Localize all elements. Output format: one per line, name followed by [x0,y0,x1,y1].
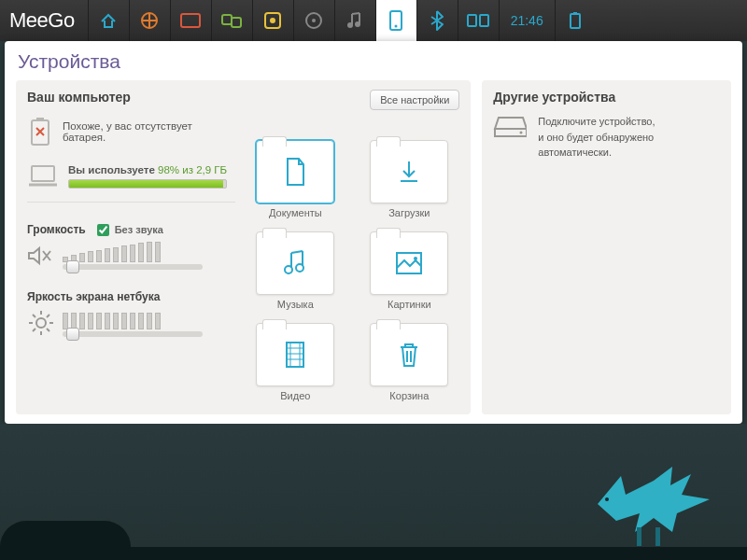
other-devices-panel: Другие устройства Подключите устройство,… [482,80,731,414]
folder-music[interactable]: Музыка [245,231,345,317]
volume-slider[interactable] [63,264,203,270]
folder-trash[interactable]: Корзина [359,323,459,409]
svg-point-9 [355,21,360,27]
brightness-slider[interactable] [63,331,203,337]
svg-rect-2 [222,15,232,24]
folder-document[interactable]: Документы [245,140,345,226]
brightness-bars [63,309,203,329]
desktop-background [0,424,747,560]
toolbar-zones-icon[interactable] [129,0,170,41]
folder-label: Картинки [388,299,431,310]
speaker-muted-icon [27,245,55,267]
svg-rect-32 [637,527,641,546]
other-devices-hint: Подключите устройство,и оно будет обнару… [538,114,720,161]
toolbar-clock: 21:46 [499,0,555,41]
folder-label: Документы [269,207,322,218]
sun-icon [27,309,55,337]
your-computer-title: Ваш компьютер [27,90,131,105]
svg-point-21 [408,180,410,182]
svg-point-34 [605,497,609,501]
svg-point-26 [414,257,417,260]
svg-point-19 [36,318,46,328]
svg-rect-17 [36,118,44,120]
toolbar-network-icon[interactable] [458,0,499,41]
battery-status: Похоже, у вас отсутствует батарея. [27,116,235,147]
toolbar-internet-icon[interactable] [252,0,293,41]
mute-checkbox[interactable]: Без звука [97,224,163,236]
svg-rect-27 [287,343,303,367]
folder-picture[interactable]: Картинки [359,231,459,317]
disk-usage-text: Вы используете 98% из 2,9 ГБ [68,164,227,175]
folder-label: Загрузки [388,207,430,218]
svg-rect-3 [232,18,241,27]
laptop-icon [27,164,59,189]
svg-point-24 [296,264,303,272]
brightness-label: Яркость экрана нетбука [27,290,235,303]
picture-icon [370,231,448,295]
logo: MeeGo [0,8,88,33]
svg-rect-18 [32,166,54,181]
svg-point-31 [520,132,523,134]
svg-rect-13 [480,15,488,26]
svg-rect-15 [573,12,577,14]
svg-rect-14 [571,14,580,28]
your-computer-panel: Ваш компьютер Похоже, у вас отсутствует … [16,80,471,414]
folders-grid: ДокументыЗагрузкиМузыкаКартинкиВидеоКорз… [245,118,459,409]
toolbar-music-icon[interactable] [334,0,375,41]
other-devices-title: Другие устройства [493,90,720,105]
svg-point-22 [413,180,415,182]
svg-point-20 [403,180,405,182]
svg-point-8 [347,22,353,28]
svg-rect-33 [655,527,660,546]
page-title: Устройства [18,50,731,73]
toolbar-battery-icon[interactable] [555,0,596,41]
svg-point-7 [312,19,316,22]
svg-point-11 [395,25,398,28]
fox-illustration [588,448,719,551]
svg-point-23 [285,266,292,273]
disk-usage-meter [68,179,227,189]
svg-point-5 [270,18,275,23]
folder-label: Музыка [277,299,314,310]
top-toolbar: MeeGo 21:46 [0,0,747,41]
all-settings-button[interactable]: Все настройки [370,90,459,110]
svg-rect-1 [181,14,200,27]
drive-icon [493,114,527,138]
toolbar-home-icon[interactable] [88,0,129,41]
folder-label: Корзина [389,390,429,401]
svg-rect-12 [468,15,476,26]
battery-missing-icon [27,116,53,147]
folder-download[interactable]: Загрузки [359,140,459,226]
music-icon [256,231,334,295]
battery-message: Похоже, у вас отсутствует батарея. [63,120,235,143]
folder-label: Видео [280,390,310,401]
toolbar-devices-icon[interactable] [375,0,416,41]
toolbar-apps-icon[interactable] [170,0,211,41]
document-icon [256,140,334,203]
trash-icon [370,323,448,386]
folder-video[interactable]: Видео [245,323,345,409]
volume-bars [63,242,203,262]
main-panel: Устройства Ваш компьютер Похоже, у вас о… [5,41,742,424]
toolbar-media-icon[interactable] [293,0,334,41]
download-icon [370,140,448,203]
toolbar-people-icon[interactable] [211,0,252,41]
video-icon [256,323,334,386]
volume-label: Громкость [27,223,86,236]
toolbar-bluetooth-icon[interactable] [416,0,458,41]
